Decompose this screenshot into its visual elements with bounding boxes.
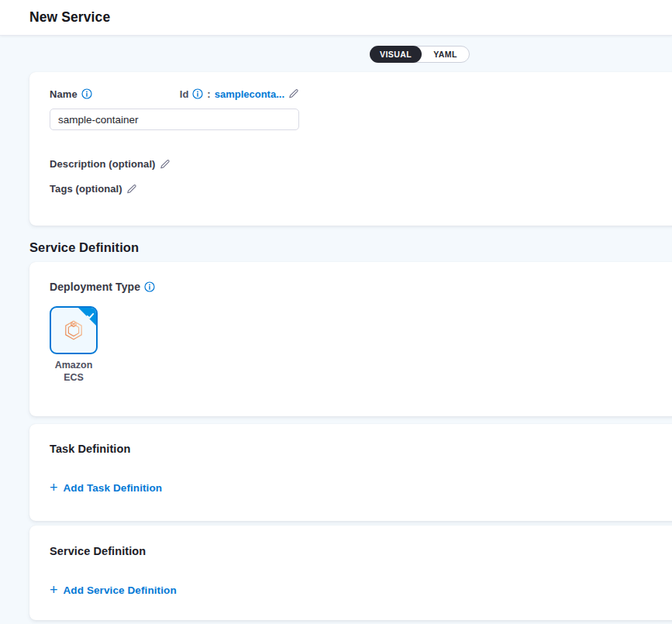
deployment-type-label: Deployment Type bbox=[50, 281, 140, 293]
service-definition-title: Service Definition bbox=[50, 545, 146, 557]
description-row: Description (optional) bbox=[50, 157, 171, 171]
name-label: Name bbox=[50, 88, 78, 100]
view-toggle[interactable]: VISUAL YAML bbox=[370, 46, 470, 63]
tags-edit-icon[interactable] bbox=[126, 184, 137, 195]
tab-yaml[interactable]: YAML bbox=[422, 47, 469, 62]
deployment-type-info-icon[interactable] bbox=[144, 281, 155, 292]
task-definition-title: Task Definition bbox=[50, 443, 130, 455]
add-service-definition-button[interactable]: + Add Service Definition bbox=[50, 584, 177, 596]
name-info-icon[interactable] bbox=[81, 88, 92, 99]
deployment-tile-label: Amazon ECS bbox=[50, 360, 98, 384]
id-info-icon[interactable] bbox=[192, 88, 203, 99]
check-icon bbox=[86, 309, 95, 318]
app-header: New Service bbox=[0, 0, 672, 36]
id-group: Id : sampleconta... bbox=[180, 88, 299, 100]
task-definition-card: Task Definition + Add Task Definition bbox=[29, 424, 672, 521]
section-heading-service-definition: Service Definition bbox=[29, 240, 139, 255]
description-label: Description (optional) bbox=[50, 158, 156, 170]
deployment-type-row: Deployment Type bbox=[50, 280, 155, 294]
page-title: New Service bbox=[29, 0, 110, 35]
deployment-type-card: Deployment Type bbox=[29, 262, 672, 416]
add-service-definition-label: Add Service Definition bbox=[64, 584, 177, 596]
id-value-link[interactable]: sampleconta... bbox=[215, 88, 284, 100]
add-task-definition-button[interactable]: + Add Task Definition bbox=[50, 482, 162, 494]
name-label-group: Name bbox=[50, 88, 92, 100]
plus-icon: + bbox=[50, 481, 58, 494]
id-colon: : bbox=[207, 88, 210, 100]
name-input[interactable] bbox=[50, 109, 299, 130]
name-id-row: Name Id : sampleconta... bbox=[50, 88, 299, 100]
id-label: Id bbox=[180, 88, 189, 100]
service-definition-card: Service Definition + Add Service Definit… bbox=[29, 526, 672, 620]
tab-visual[interactable]: VISUAL bbox=[370, 46, 422, 63]
plus-icon: + bbox=[50, 584, 58, 596]
deployment-tile-amazon-ecs[interactable] bbox=[50, 306, 98, 354]
tags-label: Tags (optional) bbox=[50, 183, 122, 195]
overview-card: Name Id : sampleconta... Description bbox=[29, 72, 672, 226]
tags-row: Tags (optional) bbox=[50, 181, 137, 195]
id-edit-icon[interactable] bbox=[288, 88, 299, 99]
new-service-page: New Service VISUAL YAML Name Id : sample… bbox=[0, 0, 672, 624]
add-task-definition-label: Add Task Definition bbox=[64, 482, 163, 494]
description-edit-icon[interactable] bbox=[160, 159, 171, 170]
